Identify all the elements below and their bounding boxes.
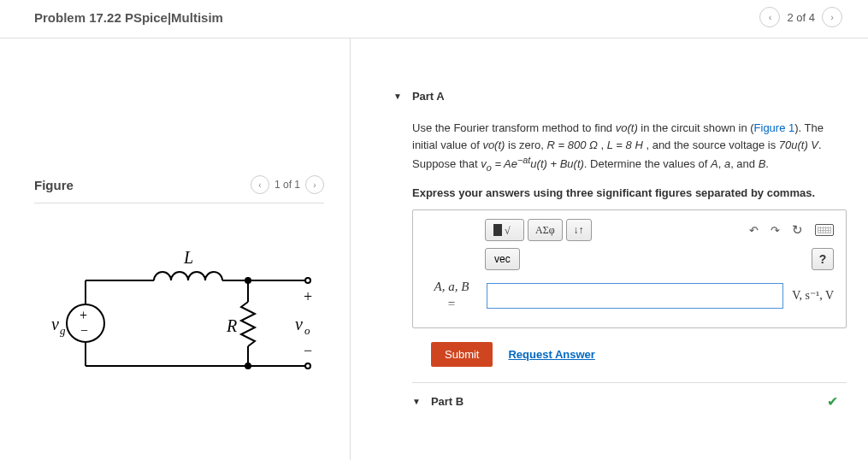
- answer-box: √ ΑΣφ ↓↑ ↶ ↷ ↻ vec ?: [412, 209, 847, 328]
- figure-heading: Figure: [34, 178, 74, 192]
- next-figure-button[interactable]: ›: [305, 175, 324, 194]
- circuit-diagram: L R + − v g + v o −: [51, 238, 324, 394]
- redo-icon[interactable]: ↷: [771, 224, 780, 237]
- label-L: L: [183, 248, 193, 267]
- prev-problem-button[interactable]: ‹: [759, 7, 780, 27]
- part-divider: [412, 382, 847, 383]
- svg-point-9: [245, 278, 251, 283]
- part-a-title: Part A: [412, 90, 445, 103]
- undo-icon[interactable]: ↶: [749, 224, 759, 237]
- label-R: R: [226, 316, 237, 335]
- answer-input[interactable]: [487, 283, 783, 309]
- reset-icon[interactable]: ↻: [792, 222, 803, 238]
- check-icon: ✔: [827, 393, 838, 410]
- problem-title: Problem 17.22 PSpice|Multisim: [34, 10, 223, 25]
- figure-link[interactable]: Figure 1: [754, 121, 795, 134]
- templates-button[interactable]: √: [485, 219, 524, 241]
- greek-button[interactable]: ΑΣφ: [528, 219, 563, 241]
- label-vo: v: [295, 315, 303, 333]
- subscript-button[interactable]: ↓↑: [566, 219, 592, 241]
- svg-text:g: g: [60, 324, 66, 337]
- figure-pager: 1 of 1: [275, 179, 300, 191]
- part-b-header[interactable]: ▼ Part B: [412, 395, 464, 408]
- caret-down-icon: ▼: [393, 91, 402, 101]
- next-problem-button[interactable]: ›: [822, 7, 842, 27]
- svg-text:o: o: [304, 324, 310, 337]
- help-button[interactable]: ?: [812, 248, 834, 270]
- submit-button[interactable]: Submit: [431, 342, 493, 367]
- svg-point-8: [305, 363, 310, 369]
- vo-minus: −: [304, 342, 312, 359]
- svg-point-10: [245, 363, 251, 369]
- keyboard-icon[interactable]: [815, 224, 834, 236]
- label-vg: v: [51, 315, 59, 333]
- request-answer-link[interactable]: Request Answer: [508, 348, 594, 361]
- problem-pager: 2 of 4: [787, 11, 815, 24]
- answer-lhs: A, a, B=: [425, 279, 478, 312]
- source-plus: +: [80, 308, 87, 322]
- answer-units: V, s⁻¹, V: [792, 288, 834, 303]
- svg-point-7: [305, 278, 310, 283]
- vo-plus: +: [304, 288, 312, 305]
- prev-figure-button[interactable]: ‹: [251, 175, 269, 194]
- part-a-header[interactable]: ▼ Part A: [393, 90, 851, 111]
- svg-rect-13: [493, 224, 502, 236]
- source-minus: −: [80, 323, 88, 338]
- vec-button[interactable]: vec: [485, 248, 520, 270]
- svg-text:√: √: [505, 225, 511, 237]
- part-a-prompt: Use the Fourier transform method to find…: [412, 120, 847, 174]
- caret-down-icon: ▼: [412, 397, 421, 406]
- part-a-instruction: Express your answers using three signifi…: [412, 186, 847, 199]
- part-b-title: Part B: [431, 395, 464, 408]
